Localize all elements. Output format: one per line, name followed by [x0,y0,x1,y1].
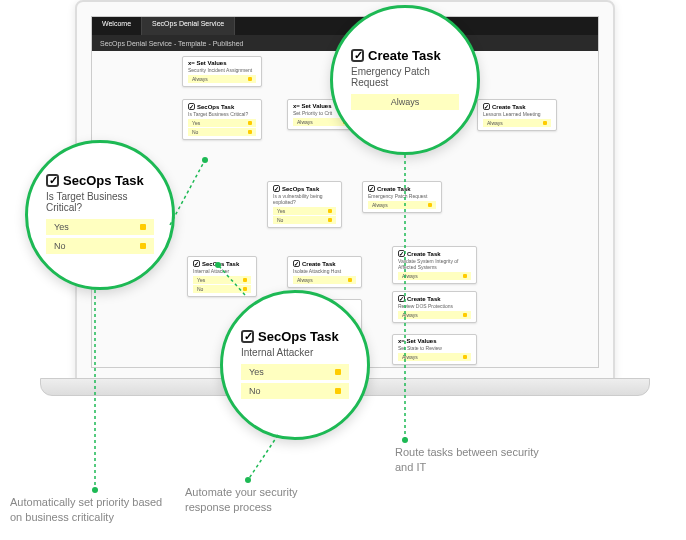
callout-desc: Internal Attacker [241,347,349,358]
checkbox-icon [293,260,300,267]
checkbox-icon [193,260,200,267]
callout-desc: Is Target Business Critical? [46,191,154,213]
node-vuln[interactable]: SecOps TaskIs a vulnerability being expl… [267,181,342,228]
checkbox-icon [368,185,375,192]
callout-business-critical: SecOps Task Is Target Business Critical?… [25,140,175,290]
breadcrumb: SecOps Denial Service - Template - Publi… [100,40,243,47]
option-yes[interactable]: Yes [241,364,349,380]
option-no[interactable]: No [46,238,154,254]
option-no[interactable]: No [241,383,349,399]
node-internal[interactable]: SecOps TaskInternal AttackerYesNo [187,256,257,297]
checkbox-icon [273,185,280,192]
node-isolate[interactable]: Create TaskIsolate Attacking HostAlways [287,256,362,288]
callout-title: SecOps Task [258,329,339,344]
node-secops-critical[interactable]: SecOps TaskIs Target Business Critical?Y… [182,99,262,140]
tab-welcome[interactable]: Welcome [92,17,142,35]
callout-create-task: Create Task Emergency Patch Request Alwa… [330,5,480,155]
node-set-values-1[interactable]: x= Set ValuesSecurity Incident Assignmen… [182,56,262,87]
svg-point-1 [92,487,98,493]
tab-bar: Welcome SecOps Denial Service [92,17,598,35]
node-set-state[interactable]: x= Set ValuesSet State to ReviewAlways [392,334,477,365]
callout-title: SecOps Task [63,173,144,188]
tab-secops[interactable]: SecOps Denial Service [142,17,235,35]
checkbox-icon [398,295,405,302]
svg-point-7 [245,477,251,483]
node-validate[interactable]: Create TaskValidate System Integrity of … [392,246,477,284]
checkbox-icon [351,49,364,62]
caption-route: Route tasks between security and IT [395,445,555,476]
checkbox-icon [483,103,490,110]
svg-line-6 [248,435,278,480]
caption-priority: Automatically set priority based on busi… [10,495,170,526]
checkbox-icon [46,174,59,187]
checkbox-icon [188,103,195,110]
option-yes[interactable]: Yes [46,219,154,235]
caption-automate: Automate your security response process [185,485,345,516]
svg-point-5 [402,437,408,443]
callout-internal-attacker: SecOps Task Internal Attacker Yes No [220,290,370,440]
callout-title: Create Task [368,48,441,63]
checkbox-icon [398,250,405,257]
node-review[interactable]: Create TaskReview DOS ProtectionsAlways [392,291,477,323]
option-always[interactable]: Always [351,94,459,110]
node-patch2[interactable]: Create TaskEmergency Patch RequestAlways [362,181,442,213]
node-lessons[interactable]: Create TaskLessons Learned MeetingAlways [477,99,557,131]
checkbox-icon [241,330,254,343]
callout-desc: Emergency Patch Request [351,66,459,88]
